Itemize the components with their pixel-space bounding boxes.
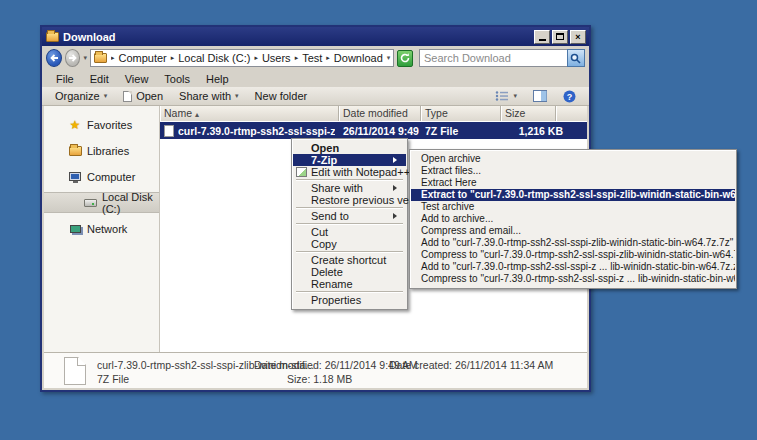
back-button[interactable] (46, 49, 62, 67)
submenu-test-archive[interactable]: Test archive (411, 201, 735, 213)
menu-separator (296, 251, 403, 253)
file-icon (123, 91, 132, 102)
views-icon (495, 90, 509, 102)
submenu-add-to-archive[interactable]: Add to archive... (411, 213, 735, 225)
crumb-separator-icon: ▸ (326, 54, 330, 62)
network-icon (68, 222, 82, 236)
sidebar-item-computer[interactable]: Computer (44, 166, 159, 187)
breadcrumb[interactable]: ▸ Computer ▸ Local Disk (C:) ▸ Users ▸ T… (90, 49, 394, 67)
submenu-arrow-icon (393, 213, 400, 219)
crumb-separator-icon: ▸ (171, 54, 175, 62)
context-menu-send-to[interactable]: Send to (293, 210, 406, 222)
context-menu-share-with[interactable]: Share with (293, 182, 406, 194)
history-dropdown[interactable]: ▾ (83, 54, 87, 62)
menu-tools[interactable]: Tools (156, 73, 198, 85)
submenu-arrow-icon (393, 185, 400, 191)
sidebar-item-favorites[interactable]: ★ Favorites (44, 114, 159, 135)
submenu-compress-to-zip-and-email[interactable]: Compress to "curl-7.39.0-rtmp-ssh2-ssl-s… (411, 273, 735, 285)
date-created-label: Date created: (389, 359, 452, 371)
submenu-extract-to-folder[interactable]: Extract to "curl-7.39.0-rtmp-ssh2-ssl-ss… (411, 189, 735, 201)
sidebar-item-label: Libraries (87, 145, 129, 157)
menu-item-label: Delete (311, 266, 400, 278)
forward-button[interactable] (65, 49, 81, 67)
menu-view[interactable]: View (117, 73, 157, 85)
file-row-selected[interactable]: curl-7.39.0-rtmp-ssh2-ssl-sspi-zlib-wini… (160, 122, 587, 139)
file-name-cell: curl-7.39.0-rtmp-ssh2-ssl-sspi-zlib-wini… (160, 125, 339, 137)
menu-item-label: Rename (311, 278, 400, 290)
menu-item-label: 7-Zip (311, 154, 389, 166)
open-button[interactable]: Open (116, 88, 170, 105)
context-menu-open[interactable]: Open (293, 142, 406, 154)
sidebar-item-local-disk-c[interactable]: Local Disk (C:) (44, 192, 159, 213)
column-header-type[interactable]: Type (421, 106, 501, 121)
submenu-compress-and-email[interactable]: Compress and email... (411, 225, 735, 237)
search-input[interactable] (419, 49, 567, 67)
refresh-button[interactable] (397, 50, 413, 67)
menu-file[interactable]: File (48, 73, 82, 85)
crumb-separator-icon: ▸ (295, 54, 299, 62)
sidebar-item-label: Network (87, 223, 127, 235)
column-header-label: Type (425, 107, 448, 119)
submenu-open-archive[interactable]: Open archive (411, 153, 735, 165)
submenu-compress-to-7z-and-email[interactable]: Compress to "curl-7.39.0-rtmp-ssh2-ssl-s… (411, 249, 735, 261)
context-menu-cut[interactable]: Cut (293, 226, 406, 238)
column-header-label: Size (505, 107, 525, 119)
sidebar-item-label: Local Disk (C:) (102, 191, 159, 215)
column-headers: Name▴ Date modified Type Size (160, 106, 587, 121)
sidebar-item-label: Favorites (87, 119, 132, 131)
context-menu: Open 7-Zip Edit with Notepad++ Share wit… (291, 138, 408, 310)
context-menu-rename[interactable]: Rename (293, 278, 406, 290)
crumb-download[interactable]: Download (334, 52, 383, 64)
breadcrumb-items: ▸ Computer ▸ Local Disk (C:) ▸ Users ▸ T… (111, 52, 383, 64)
context-menu-7zip[interactable]: 7-Zip (293, 154, 406, 166)
forward-arrow-icon (68, 53, 78, 63)
file-date-cell: 26/11/2014 9:49 AM (339, 125, 421, 137)
organize-button[interactable]: Organize ▾ (48, 88, 114, 105)
share-with-label: Share with (179, 90, 231, 102)
submenu-extract-files[interactable]: Extract files... (411, 165, 735, 177)
share-with-button[interactable]: Share with ▾ (172, 88, 246, 105)
folder-icon (94, 53, 107, 63)
sort-ascending-icon: ▴ (195, 110, 199, 119)
submenu-add-to-zip[interactable]: Add to "curl-7.39.0-rtmp-ssh2-ssl-sspi-z… (411, 261, 735, 273)
crumb-test[interactable]: Test (302, 52, 322, 64)
open-label: Open (136, 90, 163, 102)
title-bar[interactable]: Download × (42, 27, 589, 46)
crumb-computer[interactable]: Computer (118, 52, 166, 64)
search-button[interactable] (567, 49, 585, 67)
address-band: ▾ ▸ Computer ▸ Local Disk (C:) ▸ Users ▸… (42, 46, 589, 70)
column-header-blank (556, 106, 587, 121)
navigation-pane: ★ Favorites Libraries Computer Local Dis… (44, 106, 160, 354)
details-size: Size: 1.18 MB (287, 373, 352, 385)
context-menu-delete[interactable]: Delete (293, 266, 406, 278)
menu-help[interactable]: Help (198, 73, 237, 85)
menu-edit[interactable]: Edit (82, 73, 117, 85)
svg-text:?: ? (567, 91, 573, 101)
minimize-button[interactable] (534, 30, 550, 44)
context-menu-properties[interactable]: Properties (293, 294, 406, 306)
column-header-size[interactable]: Size (501, 106, 556, 121)
help-button[interactable]: ? (556, 88, 583, 105)
crumb-users[interactable]: Users (262, 52, 291, 64)
context-menu-create-shortcut[interactable]: Create shortcut (293, 254, 406, 266)
address-dropdown-icon[interactable]: ▾ (387, 54, 391, 62)
context-menu-restore-previous-versions[interactable]: Restore previous versions (293, 194, 406, 206)
maximize-button[interactable] (552, 30, 568, 44)
context-menu-edit-with-notepadpp[interactable]: Edit with Notepad++ (293, 166, 406, 178)
menu-separator (296, 291, 403, 293)
sidebar-item-network[interactable]: Network (44, 218, 159, 239)
date-created-value: 26/11/2014 11:34 AM (455, 359, 553, 371)
column-header-label: Name (164, 107, 192, 119)
submenu-extract-here[interactable]: Extract Here (411, 177, 735, 189)
column-header-name[interactable]: Name▴ (160, 106, 339, 121)
submenu-add-to-7z[interactable]: Add to "curl-7.39.0-rtmp-ssh2-ssl-sspi-z… (411, 237, 735, 249)
crumb-separator-icon: ▸ (254, 54, 258, 62)
crumb-local-disk[interactable]: Local Disk (C:) (178, 52, 250, 64)
column-header-date-modified[interactable]: Date modified (339, 106, 421, 121)
preview-pane-button[interactable] (526, 88, 554, 105)
context-menu-copy[interactable]: Copy (293, 238, 406, 250)
close-button[interactable]: × (570, 30, 586, 44)
new-folder-button[interactable]: New folder (248, 88, 315, 105)
views-button[interactable]: ▾ (488, 88, 524, 105)
sidebar-item-libraries[interactable]: Libraries (44, 140, 159, 161)
